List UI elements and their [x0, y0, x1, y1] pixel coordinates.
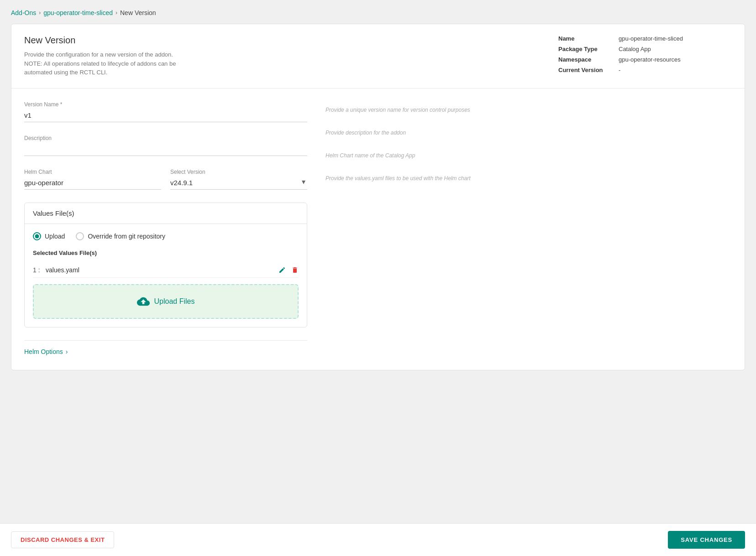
breadcrumb-sep-2: ›: [116, 10, 117, 16]
footer: DISCARD CHANGES & EXIT SAVE CHANGES: [0, 523, 756, 556]
meta-name-label: Name: [558, 35, 613, 42]
breadcrumb-sep-1: ›: [39, 10, 41, 16]
file-edit-button[interactable]: [278, 266, 286, 274]
breadcrumb: Add-Ons › gpu-operator-time-sliced › New…: [11, 9, 745, 16]
discard-button[interactable]: DISCARD CHANGES & EXIT: [11, 531, 114, 548]
select-version-label: Select Version: [170, 169, 307, 175]
meta-namespace-value: gpu-operator-resources: [619, 56, 681, 63]
version-name-input[interactable]: [24, 109, 307, 122]
description-input[interactable]: [24, 143, 307, 156]
hint-column: Provide a unique version name for versio…: [326, 101, 732, 357]
radio-upload-input[interactable]: [33, 232, 41, 240]
helm-options-label: Helm Options: [24, 348, 63, 355]
save-button[interactable]: SAVE CHANGES: [668, 531, 745, 549]
radio-upload-label: Upload: [45, 233, 65, 240]
card-header: New Version Provide the configuration fo…: [11, 24, 745, 88]
radio-override-label: Override from git repository: [88, 233, 165, 240]
values-section-title: Values File(s): [25, 203, 307, 224]
upload-area[interactable]: Upload Files: [33, 284, 299, 319]
helm-chart-label: Helm Chart: [24, 169, 161, 175]
header-right: Name gpu-operator-time-sliced Package Ty…: [558, 35, 732, 77]
file-delete-button[interactable]: [291, 266, 299, 274]
upload-cloud-icon: [137, 295, 150, 308]
trash-icon: [291, 266, 299, 274]
pencil-icon: [278, 266, 286, 274]
header-left: New Version Provide the configuration fo…: [24, 35, 540, 77]
meta-version-value: -: [619, 67, 620, 73]
page-title: New Version: [24, 35, 540, 46]
version-select[interactable]: v24.9.1 v24.8.0 v24.7.0: [170, 177, 307, 190]
select-wrapper: v24.9.1 v24.8.0 v24.7.0 ▾: [170, 177, 307, 190]
meta-package-row: Package Type Catalog App: [558, 46, 732, 52]
meta-version-row: Current Version -: [558, 67, 732, 73]
main-card: New Version Provide the configuration fo…: [11, 24, 745, 370]
helm-options-row[interactable]: Helm Options ›: [24, 340, 307, 357]
file-actions: [278, 266, 299, 274]
header-description: Provide the configuration for a new vers…: [24, 50, 179, 77]
version-name-hint: Provide a unique version name for versio…: [326, 103, 732, 113]
helm-chart-input[interactable]: [24, 177, 161, 190]
values-section-body: Upload Override from git repository Sele…: [25, 224, 307, 327]
radio-upload-option[interactable]: Upload: [33, 232, 65, 240]
helm-chart-hint: Helm Chart name of the Catalog App: [326, 149, 732, 159]
meta-package-value: Catalog App: [619, 46, 651, 52]
breadcrumb-addons[interactable]: Add-Ons: [11, 9, 36, 16]
selected-files-label: Selected Values File(s): [33, 249, 299, 256]
file-name: values.yaml: [46, 266, 278, 274]
radio-override-option[interactable]: Override from git repository: [76, 232, 165, 240]
values-files-hint: Provide the values.yaml files to be used…: [326, 171, 732, 182]
meta-package-label: Package Type: [558, 46, 613, 52]
card-body: Version Name * Description Helm Chart Se…: [11, 88, 745, 370]
radio-override-input[interactable]: [76, 232, 84, 240]
meta-namespace-row: Namespace gpu-operator-resources: [558, 56, 732, 63]
breadcrumb-addon-name[interactable]: gpu-operator-time-sliced: [43, 9, 113, 16]
file-row: 1 : values.yaml: [33, 263, 299, 278]
breadcrumb-current-page: New Version: [120, 9, 156, 16]
description-label: Description: [24, 135, 307, 141]
description-hint: Provide description for the addon: [326, 126, 732, 136]
helm-chart-group: Helm Chart: [24, 169, 161, 190]
meta-version-label: Current Version: [558, 67, 613, 73]
version-name-group: Version Name *: [24, 101, 307, 122]
version-select-group: Select Version v24.9.1 v24.8.0 v24.7.0 ▾: [170, 169, 307, 190]
upload-files-label: Upload Files: [154, 297, 195, 306]
form-column: Version Name * Description Helm Chart Se…: [24, 101, 307, 357]
version-name-label: Version Name *: [24, 101, 307, 108]
meta-name-value: gpu-operator-time-sliced: [619, 35, 683, 42]
file-number: 1 :: [33, 266, 46, 274]
radio-group: Upload Override from git repository: [33, 232, 299, 240]
meta-name-row: Name gpu-operator-time-sliced: [558, 35, 732, 42]
chevron-right-icon: ›: [66, 348, 68, 355]
description-group: Description: [24, 135, 307, 156]
values-section: Values File(s) Upload Override from git …: [24, 203, 307, 327]
meta-namespace-label: Namespace: [558, 56, 613, 63]
helm-chart-row: Helm Chart Select Version v24.9.1 v24.8.…: [24, 169, 307, 190]
